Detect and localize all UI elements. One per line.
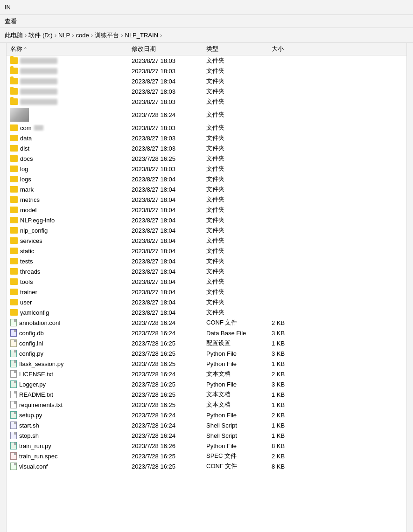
folder-icon [10, 207, 18, 213]
list-item[interactable]: services 2023/8/27 18:04 文件夹 [7, 235, 406, 246]
file-name: trainer [10, 289, 132, 296]
file-date: 2023/7/28 16:25 [132, 350, 206, 357]
list-item[interactable]: user 2023/8/27 18:04 文件夹 [7, 297, 406, 307]
list-item[interactable]: README.txt 2023/7/28 16:25 文本文档 1 KB [7, 389, 406, 400]
list-item[interactable]: setup.py 2023/7/28 16:24 Python File 2 K… [7, 410, 406, 420]
col-name-header[interactable]: 名称 ^ [10, 45, 132, 53]
file-date: 2023/8/27 18:03 [132, 88, 206, 95]
list-item[interactable]: mark 2023/8/27 18:04 文件夹 [7, 184, 406, 194]
folder-icon [10, 176, 18, 182]
col-date-header[interactable]: 修改日期 [132, 45, 206, 53]
menu-item-view[interactable]: 查看 [5, 17, 17, 26]
list-item[interactable]: visual.conf 2023/7/28 16:25 CONF 文件 8 KB [7, 461, 406, 471]
breadcrumb-code[interactable]: code [76, 32, 89, 39]
blurred-file-row[interactable]: 2023/8/27 18:04 文件夹 [7, 76, 406, 86]
main-panel[interactable]: 名称 ^ 修改日期 类型 大小 2023/8/27 18:03 文件夹 [7, 43, 406, 532]
blurred-file-row[interactable]: 2023/8/27 18:03 文件夹 [7, 66, 406, 76]
list-item[interactable]: threads 2023/8/27 18:04 文件夹 [7, 266, 406, 276]
blurred-file-row[interactable]: 2023/8/27 18:03 文件夹 [7, 86, 406, 97]
file-name-text: static [20, 248, 34, 255]
list-item[interactable]: static 2023/8/27 18:04 文件夹 [7, 246, 406, 256]
scrollbar-right[interactable] [406, 43, 413, 532]
list-item[interactable]: start.sh 2023/7/28 16:24 Shell Script 1 … [7, 420, 406, 430]
list-item[interactable]: log 2023/8/27 18:03 文件夹 [7, 164, 406, 174]
list-item[interactable]: NLP.egg-info 2023/8/27 18:04 文件夹 [7, 215, 406, 225]
list-item[interactable]: Logger.py 2023/7/28 16:25 Python File 3 … [7, 379, 406, 389]
file-name-text: README.txt [19, 391, 53, 398]
breadcrumb-nlp[interactable]: NLP [58, 32, 70, 39]
list-item[interactable]: trainer 2023/8/27 18:04 文件夹 [7, 287, 406, 297]
list-item[interactable]: yamlconfig 2023/8/27 18:04 文件夹 [7, 307, 406, 318]
txt-file-icon [10, 370, 17, 378]
col-size-header[interactable]: 大小 [272, 45, 309, 53]
db-file-icon [10, 329, 17, 337]
list-item[interactable]: model 2023/8/27 18:04 文件夹 [7, 205, 406, 215]
file-name-text: trainer [20, 289, 37, 296]
list-item[interactable]: logs 2023/8/27 18:04 文件夹 [7, 174, 406, 184]
file-name: metrics [10, 196, 132, 203]
blurred-file-row[interactable]: 2023/8/27 18:03 文件夹 [7, 55, 406, 66]
sort-icon: ^ [24, 47, 27, 52]
file-type: 文件夹 [206, 236, 272, 245]
file-size: 2 KB [272, 371, 309, 378]
list-item[interactable]: config.db 2023/7/28 16:24 Data Base File… [7, 328, 406, 338]
file-size: 2 KB [272, 412, 309, 419]
list-item[interactable]: nlp_config 2023/8/27 18:04 文件夹 [7, 225, 406, 235]
file-type: 文件夹 [206, 144, 272, 152]
list-item[interactable]: dist 2023/8/27 18:03 文件夹 [7, 143, 406, 153]
list-item[interactable]: config.py 2023/7/28 16:25 Python File 3 … [7, 348, 406, 359]
breadcrumb-sep-3: › [72, 32, 74, 39]
file-name-text: stop.sh [19, 432, 39, 439]
list-item[interactable]: stop.sh 2023/7/28 16:24 Shell Script 1 K… [7, 430, 406, 441]
list-item[interactable]: metrics 2023/8/27 18:04 文件夹 [7, 194, 406, 205]
file-type: 文件夹 [206, 87, 272, 96]
file-date: 2023/8/27 18:04 [132, 299, 206, 306]
file-size: 3 KB [272, 381, 309, 388]
file-name-text: dist [20, 145, 29, 152]
folder-icon [10, 78, 18, 84]
folder-icon [10, 217, 18, 223]
folder-icon [10, 248, 18, 254]
list-item[interactable]: data 2023/8/27 18:03 文件夹 [7, 133, 406, 143]
list-item[interactable]: flask_session.py 2023/7/28 16:25 Python … [7, 359, 406, 369]
breadcrumb-training[interactable]: 训练平台 [95, 31, 119, 40]
file-type: 文件夹 [206, 257, 272, 265]
list-item[interactable]: tools 2023/8/27 18:04 文件夹 [7, 276, 406, 287]
list-item[interactable]: tests 2023/8/27 18:04 文件夹 [7, 256, 406, 266]
file-name-text: train_run.spec [19, 453, 57, 460]
file-date: 2023/7/28 16:25 [132, 340, 206, 347]
blurred-name-text [20, 99, 57, 105]
title-bar: IN [0, 0, 413, 15]
breadcrumb-pc[interactable]: 此电脑 [5, 31, 23, 40]
file-name: log [10, 166, 132, 173]
folder-icon [10, 145, 18, 152]
file-name-text: logs [20, 176, 31, 183]
list-item[interactable]: LICENSE.txt 2023/7/28 16:24 文本文档 2 KB [7, 369, 406, 379]
list-item[interactable]: train_run.py 2023/7/28 16:26 Python File… [7, 441, 406, 451]
file-name-text: data [20, 135, 32, 142]
blurred-file-row[interactable]: 2023/8/27 18:03 文件夹 [7, 97, 406, 107]
file-type: Python File [206, 412, 272, 419]
file-date: 2023/8/27 18:04 [132, 289, 206, 296]
file-name: flask_session.py [10, 360, 132, 367]
file-type: 配置设置 [206, 339, 272, 347]
list-item[interactable]: com 2023/8/27 18:03 文件夹 [7, 123, 406, 133]
thumbnail-row[interactable]: 2023/7/28 16:24 文件夹 [7, 107, 406, 123]
file-name-text: config.db [19, 330, 44, 337]
file-date: 2023/8/27 18:03 [132, 145, 206, 152]
file-type: Data Base File [206, 330, 272, 337]
file-date: 2023/8/27 18:04 [132, 207, 206, 214]
file-date: 2023/7/28 16:25 [132, 381, 206, 388]
col-type-header[interactable]: 类型 [206, 45, 272, 53]
list-item[interactable]: docs 2023/7/28 16:25 文件夹 [7, 153, 406, 164]
file-date: 2023/7/28 16:25 [132, 463, 206, 470]
list-item[interactable]: config.ini 2023/7/28 16:25 配置设置 1 KB [7, 338, 406, 348]
file-date: 2023/7/28 16:24 [132, 330, 206, 337]
breadcrumb-nlptrain[interactable]: NLP_TRAIN [125, 32, 159, 39]
list-item[interactable]: train_run.spec 2023/7/28 16:25 SPEC 文件 2… [7, 451, 406, 461]
breadcrumb-drive[interactable]: 软件 (D:) [28, 31, 52, 40]
list-item[interactable]: requirements.txt 2023/7/28 16:25 文本文档 1 … [7, 400, 406, 410]
txt-file-icon [10, 401, 17, 408]
list-item[interactable]: annotation.conf 2023/7/28 16:24 CONF 文件 … [7, 318, 406, 328]
file-name-text: LICENSE.txt [19, 371, 53, 378]
